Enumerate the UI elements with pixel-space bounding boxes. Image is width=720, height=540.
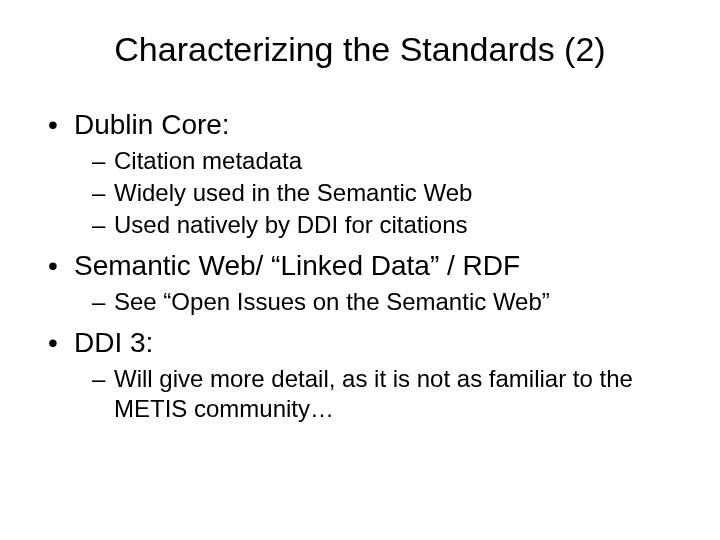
bullet-level2: Widely used in the Semantic Web xyxy=(30,178,690,208)
bullet-level1: Dublin Core: xyxy=(30,107,690,142)
bullet-text: Widely used in the Semantic Web xyxy=(114,179,472,206)
bullet-text: Will give more detail, as it is not as f… xyxy=(114,365,633,422)
bullet-text: Dublin Core: xyxy=(74,109,230,140)
slide-title: Characterizing the Standards (2) xyxy=(30,30,690,69)
bullet-text: DDI 3: xyxy=(74,327,153,358)
bullet-level1: DDI 3: xyxy=(30,325,690,360)
bullet-text: Used natively by DDI for citations xyxy=(114,211,467,238)
bullet-level2: See “Open Issues on the Semantic Web” xyxy=(30,287,690,317)
bullet-text: See “Open Issues on the Semantic Web” xyxy=(114,288,550,315)
bullet-level2: Used natively by DDI for citations xyxy=(30,210,690,240)
bullet-level1: Semantic Web/ “Linked Data” / RDF xyxy=(30,248,690,283)
slide: Characterizing the Standards (2) Dublin … xyxy=(0,0,720,540)
bullet-text: Citation metadata xyxy=(114,147,302,174)
bullet-level2: Citation metadata xyxy=(30,146,690,176)
bullet-level2: Will give more detail, as it is not as f… xyxy=(30,364,690,424)
bullet-text: Semantic Web/ “Linked Data” / RDF xyxy=(74,250,520,281)
